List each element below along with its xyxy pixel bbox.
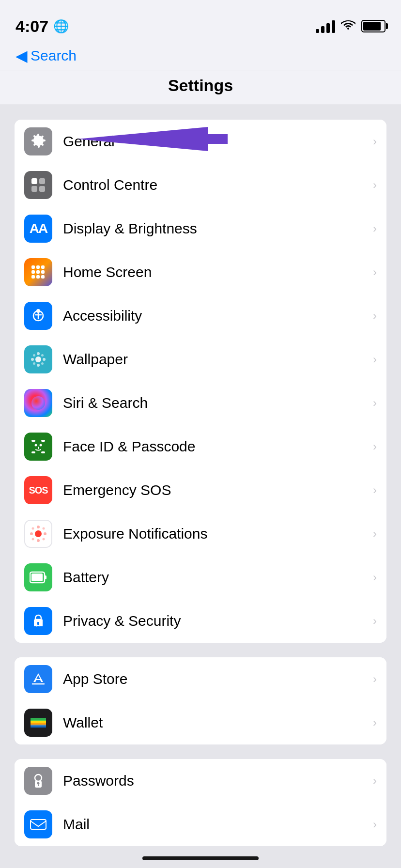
mail-chevron-icon: ›	[373, 818, 377, 831]
emergency-sos-icon: SOS	[24, 476, 52, 504]
home-screen-label: Home Screen	[63, 264, 368, 280]
svg-point-35	[37, 526, 40, 528]
back-label: Search	[31, 47, 77, 64]
svg-rect-28	[31, 440, 35, 442]
settings-item-face-id[interactable]: Face ID & Passcode ›	[15, 425, 386, 468]
settings-section-3: Passwords › Mail ›	[15, 759, 386, 846]
settings-item-display-brightness[interactable]: AA Display & Brightness ›	[15, 207, 386, 250]
display-brightness-icon: AA	[24, 215, 52, 243]
svg-rect-52	[31, 725, 46, 728]
home-screen-icon	[24, 258, 52, 286]
nav-bar: ◀ Search	[0, 43, 401, 71]
svg-rect-9	[31, 270, 35, 274]
privacy-chevron-icon: ›	[373, 614, 377, 628]
svg-point-33	[40, 444, 42, 447]
wallet-label: Wallet	[63, 714, 368, 731]
passwords-label: Passwords	[63, 773, 368, 789]
page-title: Settings	[15, 76, 386, 95]
app-store-icon	[24, 665, 52, 693]
svg-rect-3	[39, 178, 45, 184]
wallet-chevron-icon: ›	[373, 716, 377, 729]
settings-item-exposure[interactable]: Exposure Notifications ›	[15, 512, 386, 556]
settings-item-privacy[interactable]: Privacy & Security ›	[15, 599, 386, 643]
back-button[interactable]: ◀ Search	[15, 46, 386, 65]
svg-rect-14	[41, 275, 45, 279]
passwords-icon	[24, 767, 52, 795]
siri-search-chevron-icon: ›	[373, 396, 377, 410]
display-brightness-label: Display & Brightness	[63, 220, 368, 237]
svg-point-36	[37, 539, 40, 542]
svg-rect-2	[31, 178, 37, 184]
privacy-label: Privacy & Security	[63, 613, 368, 629]
svg-rect-7	[36, 265, 40, 269]
svg-point-27	[41, 362, 44, 365]
svg-point-24	[33, 354, 35, 356]
wallpaper-chevron-icon: ›	[373, 353, 377, 366]
settings-content: General › Control Centre › AA Display & …	[0, 105, 401, 868]
svg-rect-57	[31, 820, 46, 829]
exposure-icon	[24, 520, 52, 548]
app-store-label: App Store	[63, 671, 368, 687]
battery-label: Battery	[63, 569, 368, 586]
wifi-icon	[341, 18, 355, 34]
status-bar: 4:07 🌐	[0, 0, 401, 43]
control-centre-icon	[24, 171, 52, 199]
settings-item-battery[interactable]: Battery ›	[15, 556, 386, 599]
svg-rect-12	[31, 275, 35, 279]
back-chevron-icon: ◀	[15, 46, 28, 65]
settings-item-app-store[interactable]: App Store ›	[15, 657, 386, 701]
svg-point-25	[41, 354, 44, 356]
battery-icon	[361, 20, 386, 32]
svg-rect-46	[37, 622, 39, 625]
siri-icon	[24, 389, 52, 417]
wallet-icon	[24, 709, 52, 737]
settings-item-accessibility[interactable]: Accessibility ›	[15, 294, 386, 338]
accessibility-icon	[24, 302, 52, 330]
svg-rect-10	[36, 270, 40, 274]
accessibility-chevron-icon: ›	[373, 309, 377, 323]
svg-point-37	[30, 532, 33, 535]
accessibility-label: Accessibility	[63, 308, 368, 324]
settings-item-emergency-sos[interactable]: SOS Emergency SOS ›	[15, 468, 386, 512]
svg-rect-6	[31, 265, 35, 269]
svg-point-42	[43, 538, 45, 541]
settings-item-wallpaper[interactable]: Wallpaper ›	[15, 338, 386, 381]
settings-item-siri-search[interactable]: Siri & Search ›	[15, 381, 386, 425]
svg-point-39	[32, 527, 34, 530]
svg-point-22	[31, 358, 34, 361]
time-display: 4:07	[15, 17, 48, 36]
svg-point-26	[33, 362, 35, 365]
face-id-label: Face ID & Passcode	[63, 438, 368, 455]
face-id-icon	[24, 433, 52, 461]
settings-item-wallet[interactable]: Wallet ›	[15, 701, 386, 744]
settings-item-home-screen[interactable]: Home Screen ›	[15, 250, 386, 294]
settings-item-passwords[interactable]: Passwords ›	[15, 759, 386, 803]
svg-rect-45	[31, 574, 43, 581]
general-icon	[24, 127, 52, 155]
settings-section-2: App Store › Wallet ›	[15, 657, 386, 744]
svg-point-21	[37, 364, 40, 367]
emergency-sos-label: Emergency SOS	[63, 482, 368, 498]
face-id-chevron-icon: ›	[373, 440, 377, 453]
app-store-chevron-icon: ›	[373, 672, 377, 686]
settings-section-1: General › Control Centre › AA Display & …	[15, 120, 386, 643]
svg-rect-31	[41, 451, 45, 453]
display-brightness-chevron-icon: ›	[373, 222, 377, 235]
svg-rect-13	[36, 275, 40, 279]
settings-item-general[interactable]: General ›	[15, 120, 386, 163]
settings-item-mail[interactable]: Mail ›	[15, 803, 386, 846]
mail-label: Mail	[63, 816, 368, 833]
home-screen-chevron-icon: ›	[373, 265, 377, 279]
exposure-label: Exposure Notifications	[63, 526, 368, 542]
svg-point-55	[37, 782, 40, 785]
svg-point-32	[35, 444, 37, 447]
svg-point-23	[43, 358, 46, 361]
svg-point-20	[37, 352, 40, 355]
svg-point-38	[44, 532, 46, 535]
settings-item-control-centre[interactable]: Control Centre ›	[15, 163, 386, 207]
wallpaper-icon	[24, 345, 52, 373]
svg-rect-5	[39, 186, 45, 192]
svg-point-40	[43, 527, 45, 530]
battery-settings-icon	[24, 563, 52, 591]
svg-rect-30	[31, 451, 35, 453]
